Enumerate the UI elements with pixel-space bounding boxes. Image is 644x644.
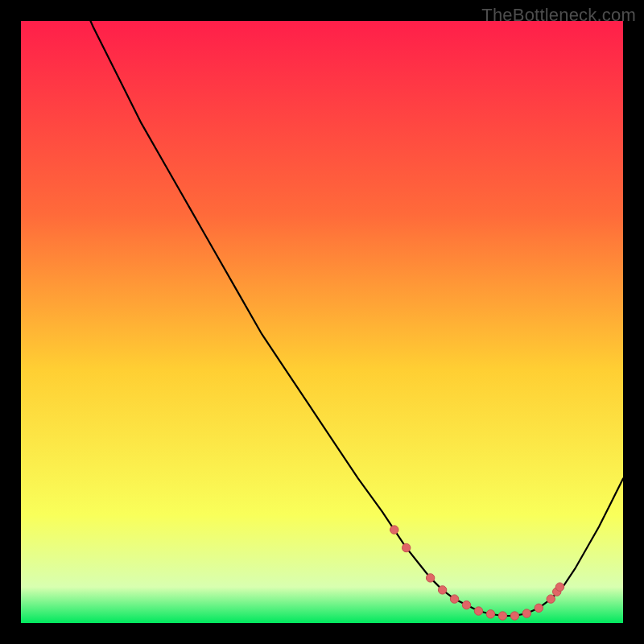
range-dot (426, 574, 434, 582)
bottleneck-curve-chart (21, 21, 623, 623)
gradient-background (21, 21, 623, 623)
range-dot (402, 543, 411, 551)
range-dot (438, 586, 446, 594)
watermark-text: TheBottleneck.com (481, 5, 636, 26)
range-dot (547, 595, 555, 603)
chart-frame (21, 21, 623, 623)
range-dot (510, 612, 518, 620)
range-dot (535, 604, 543, 612)
range-dot (390, 526, 398, 534)
range-dot (462, 601, 470, 609)
range-dot (450, 595, 458, 603)
range-dot (555, 583, 564, 591)
range-dot (474, 607, 482, 615)
range-dot (486, 610, 494, 618)
range-dot (498, 612, 506, 620)
range-dot (522, 609, 530, 617)
